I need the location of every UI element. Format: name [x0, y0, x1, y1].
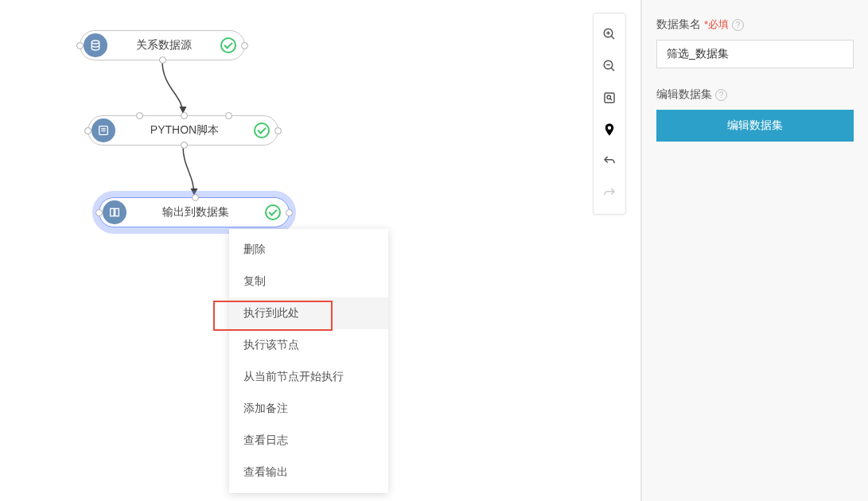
- svg-point-0: [91, 41, 99, 44]
- success-icon: [254, 122, 270, 138]
- svg-line-5: [611, 36, 614, 39]
- menu-run-this-node[interactable]: 执行该节点: [229, 329, 388, 361]
- svg-rect-3: [115, 208, 119, 216]
- help-icon[interactable]: ?: [732, 19, 744, 31]
- svg-line-9: [611, 68, 614, 71]
- node-label: 关系数据源: [114, 38, 214, 52]
- success-icon: [265, 204, 281, 220]
- menu-view-output[interactable]: 查看输出: [229, 456, 388, 488]
- success-icon: [220, 37, 236, 53]
- output-icon: [103, 200, 127, 224]
- properties-panel: 数据集名 *必填 ? 编辑数据集 ? 编辑数据集: [641, 0, 868, 501]
- locate-icon[interactable]: [595, 115, 624, 144]
- menu-delete[interactable]: 删除: [229, 234, 388, 266]
- edit-dataset-button[interactable]: 编辑数据集: [656, 110, 854, 142]
- dataset-name-label: 数据集名 *必填 ?: [656, 17, 854, 32]
- node-relational-datasource[interactable]: 关系数据源: [80, 30, 245, 60]
- menu-copy[interactable]: 复制: [229, 266, 388, 297]
- canvas-area[interactable]: 关系数据源 PYTHON脚本 输出到数据集: [0, 0, 641, 501]
- help-icon[interactable]: ?: [715, 89, 727, 101]
- canvas-toolbar: [593, 13, 626, 215]
- required-indicator: *必填: [704, 17, 729, 32]
- node-label: 输出到数据集: [133, 205, 259, 219]
- node-output-dataset[interactable]: 输出到数据集: [99, 197, 290, 227]
- database-icon: [84, 33, 107, 57]
- context-menu: 删除 复制 执行到此处 执行该节点 从当前节点开始执行 添加备注 查看日志 查看…: [229, 229, 388, 493]
- menu-run-from-here[interactable]: 从当前节点开始执行: [229, 361, 388, 393]
- svg-rect-2: [111, 208, 115, 216]
- menu-add-note[interactable]: 添加备注: [229, 393, 388, 425]
- zoom-out-icon[interactable]: [595, 52, 624, 80]
- zoom-in-icon[interactable]: [595, 20, 624, 49]
- node-python-script[interactable]: PYTHON脚本: [88, 115, 278, 146]
- undo-icon[interactable]: [595, 147, 624, 176]
- redo-icon[interactable]: [595, 179, 624, 208]
- dataset-name-input[interactable]: [656, 40, 854, 68]
- script-icon: [91, 118, 115, 142]
- menu-run-to-here[interactable]: 执行到此处: [229, 297, 388, 329]
- svg-line-13: [610, 99, 612, 100]
- node-label: PYTHON脚本: [122, 123, 247, 138]
- svg-rect-11: [605, 93, 614, 103]
- fit-screen-icon[interactable]: [595, 84, 624, 112]
- menu-view-log[interactable]: 查看日志: [229, 425, 388, 456]
- edit-dataset-label: 编辑数据集 ?: [656, 87, 854, 102]
